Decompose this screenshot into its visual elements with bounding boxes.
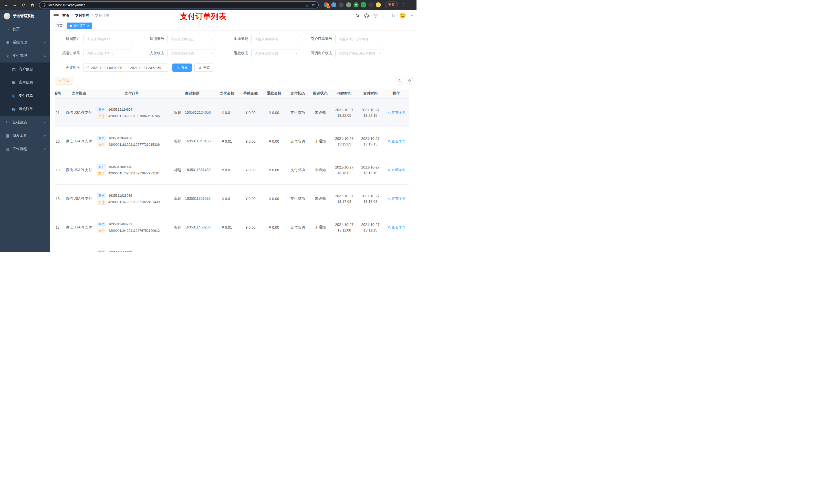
view-detail-link[interactable]: 查看详情 xyxy=(388,139,405,144)
filter-field: 退款状态 xyxy=(223,49,300,57)
toggle-search-button[interactable] xyxy=(396,77,403,85)
grid-icon: ▦ xyxy=(11,80,16,85)
browser-menu-icon[interactable]: ⋮ xyxy=(401,3,407,7)
info-icon[interactable] xyxy=(43,3,46,7)
extensions-zone: 10 V xyxy=(324,2,381,7)
search-icon xyxy=(176,66,180,69)
extension-icon[interactable] xyxy=(339,2,344,7)
filter-input[interactable] xyxy=(251,49,300,57)
cell-channel xyxy=(64,242,94,252)
sidebar-item-refund-order[interactable]: ▧ 退款订单 xyxy=(0,102,50,116)
cell-notify-status: 未通知 xyxy=(309,98,331,127)
filter-input[interactable] xyxy=(83,49,132,57)
sidebar-item-app-info[interactable]: ▦ 应用信息 xyxy=(0,76,50,89)
cell-pay-order: 商户 1635311823086 支付 42000011672021102710… xyxy=(94,184,170,213)
cell-refund: ¥ 0.00 xyxy=(262,127,286,156)
sidebar-item-label: 应用信息 xyxy=(19,80,33,85)
extension-icon[interactable] xyxy=(368,2,374,7)
sidebar-item-merchant-info[interactable]: ▤ 商户信息 xyxy=(0,63,50,76)
reset-button[interactable]: 重置 xyxy=(194,64,214,72)
breadcrumb: 首页 / 支付管理 / 支付订单 xyxy=(62,13,110,18)
dashboard-icon: ◔ xyxy=(5,27,10,31)
back-icon[interactable]: ← xyxy=(3,1,10,8)
help-icon[interactable]: ? xyxy=(373,13,378,18)
font-size-icon[interactable]: TT xyxy=(391,13,395,18)
search-icon[interactable] xyxy=(355,13,360,18)
orders-table: 编号支付渠道支付订单商品标题支付金额手续金额退款金额支付状态回调状态创建时间支付… xyxy=(55,89,413,252)
filter-label: 退款状态 xyxy=(223,51,251,55)
app-logo[interactable]: 芋道管理系统 xyxy=(0,10,50,23)
filter-input[interactable] xyxy=(83,35,132,43)
address-bar[interactable]: localhost:1024/pay/order xyxy=(39,1,319,8)
view-detail-link[interactable]: 查看详情 xyxy=(388,111,405,115)
chevron-down-icon xyxy=(211,52,214,55)
url-text: localhost:1024/pay/order xyxy=(48,3,85,7)
cell-id: 17 xyxy=(55,213,64,242)
github-icon[interactable] xyxy=(364,13,369,18)
breadcrumb-section[interactable]: 支付管理 xyxy=(75,13,89,18)
cell-notify-status: 未通知 xyxy=(309,156,331,184)
extension-icon[interactable] xyxy=(346,2,351,7)
bookmark-star-icon[interactable] xyxy=(311,3,315,7)
filter-input[interactable] xyxy=(335,35,384,43)
sidebar-item-label: 支付订单 xyxy=(19,94,33,98)
filter-input[interactable] xyxy=(335,49,384,57)
filter-label: 渠道编码 xyxy=(223,37,251,41)
extension-icon[interactable] xyxy=(331,2,336,7)
sidebar-item-pay-order[interactable]: ◎ 支付订单 xyxy=(0,89,50,102)
search-icon xyxy=(388,169,391,172)
export-button[interactable]: 导出 xyxy=(55,77,73,85)
sidebar-item-payment[interactable]: ¥ 支付管理 ∧ xyxy=(0,49,50,63)
breadcrumb-home[interactable]: 首页 xyxy=(62,13,69,18)
cell-refund xyxy=(262,242,286,252)
date-end-input[interactable] xyxy=(130,66,163,70)
reload-icon[interactable] xyxy=(20,1,27,8)
view-detail-link[interactable]: 查看详情 xyxy=(388,196,405,201)
extension-badge: 10 xyxy=(327,6,330,8)
sidebar-item-home[interactable]: ◔ 首页 xyxy=(0,23,50,36)
sidebar-item-label: 退款订单 xyxy=(19,107,33,112)
date-start-input[interactable] xyxy=(91,66,124,70)
tab-pay-order[interactable]: 支付订单 × xyxy=(67,23,92,29)
column-header: 操作 xyxy=(383,89,409,98)
view-detail-link[interactable]: 查看详情 xyxy=(388,225,405,230)
chevron-down-icon[interactable] xyxy=(410,15,413,16)
sidebar-item-workflow[interactable]: ▥ 工作流程 ∨ xyxy=(0,142,50,156)
cell-create-time: 2021-10-27 13:18:02 xyxy=(331,156,357,184)
extension-icon[interactable] xyxy=(361,2,366,7)
search-button[interactable]: 搜索 xyxy=(172,64,192,72)
sidebar-item-system[interactable]: ⚙ 系统管理 ∨ xyxy=(0,36,50,49)
table-row: 18 微信 JSAPI 支付 商户 1635311823086 支付 42000… xyxy=(55,184,409,213)
sidebar-item-label: 工作流程 xyxy=(13,147,27,151)
chevron-down-icon: ∨ xyxy=(44,147,46,151)
extension-icon[interactable]: V xyxy=(354,2,359,7)
tab-home[interactable]: 首页 xyxy=(54,23,65,29)
sidebar-item-label: 首页 xyxy=(13,27,20,31)
view-detail-link[interactable]: 查看详情 xyxy=(388,168,405,172)
browser-update-button[interactable]: 更新 xyxy=(385,2,398,8)
sidebar-item-infrastructure[interactable]: ▢ 基础设施 ∨ xyxy=(0,116,50,129)
menu-fold-icon[interactable] xyxy=(53,14,59,17)
chevron-down-icon xyxy=(379,52,382,55)
filter-input[interactable] xyxy=(251,35,300,43)
forward-icon[interactable]: → xyxy=(11,1,19,8)
close-icon[interactable]: × xyxy=(87,24,89,27)
extension-icon[interactable]: 10 xyxy=(324,2,329,7)
cell-create-time: 2021-10-27 13:17:03 xyxy=(331,184,357,213)
chevron-down-icon xyxy=(295,52,298,55)
filter-input[interactable] xyxy=(167,35,216,43)
search-icon xyxy=(398,79,401,82)
filter-label: 商户订单编号 xyxy=(307,37,335,41)
monitor-icon: ▢ xyxy=(5,120,10,125)
extension-icon[interactable] xyxy=(376,2,381,7)
logo-avatar xyxy=(4,13,10,20)
home-icon[interactable] xyxy=(29,1,36,8)
date-range-picker[interactable]: - xyxy=(83,64,168,72)
sidebar-item-dev-tools[interactable]: ▩ 研发工具 ∨ xyxy=(0,129,50,142)
user-avatar[interactable] xyxy=(399,12,406,20)
fullscreen-icon[interactable] xyxy=(382,13,387,18)
table-row: 20 微信 JSAPI 支付 商户 1635311949168 支付 42000… xyxy=(55,127,409,156)
filter-input[interactable] xyxy=(167,49,216,57)
share-icon[interactable] xyxy=(305,3,309,7)
refresh-table-button[interactable] xyxy=(406,77,413,85)
